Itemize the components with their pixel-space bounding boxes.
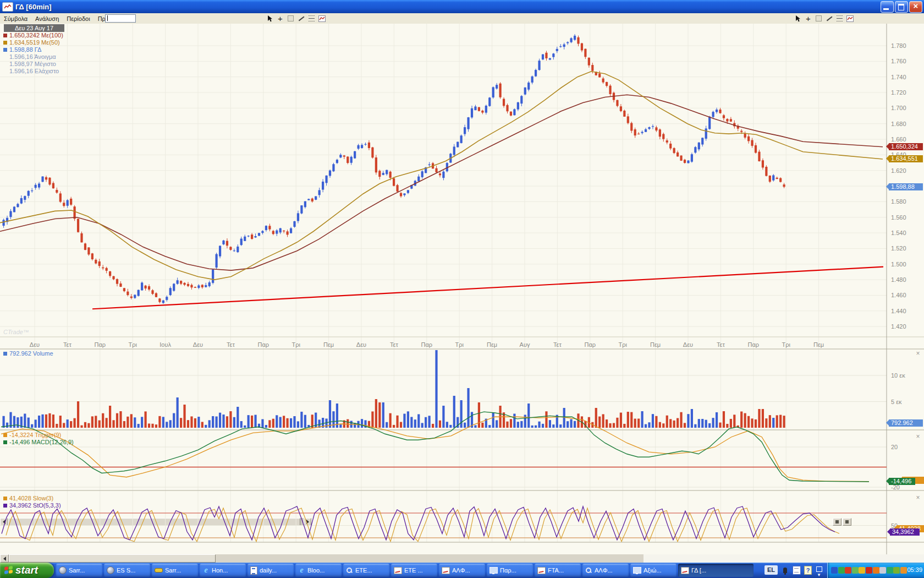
title-bar[interactable]: ΓΔ [60min] xyxy=(0,0,924,13)
macd-panel-close-icon[interactable]: × xyxy=(915,433,921,440)
volume-tick: 5 εκ xyxy=(891,399,902,405)
volume-legend-item: 792.962 Volume xyxy=(2,350,53,357)
task-button-[interactable]: ΑΛΦ... xyxy=(582,564,629,577)
task-button-label: ΓΔ [... xyxy=(691,567,706,574)
price-tick: 1.440 xyxy=(891,308,906,314)
menu-item-Σύμβολα[interactable]: Σύμβολα xyxy=(0,14,31,23)
x-axis-label: Δευ xyxy=(679,341,697,348)
help-icon[interactable]: ? xyxy=(804,565,812,575)
task-button-[interactable]: Παρ... xyxy=(487,564,533,577)
task-button-label: Αξιώ... xyxy=(644,567,661,574)
chart-toolbar-secondary: + xyxy=(794,14,854,23)
grid-icon[interactable] xyxy=(307,14,316,23)
task-button-Hon[interactable]: eHon... xyxy=(200,564,246,577)
task-button-[interactable]: ΑΛΦ... xyxy=(439,564,485,577)
price-tick: 1.620 xyxy=(891,167,906,174)
main-legend-item: 1.650,3242 Με(100) xyxy=(2,32,63,39)
main-legend-item: 1.598,97 Μέγιστο xyxy=(2,61,56,67)
clock[interactable]: 05:39 xyxy=(907,566,922,573)
box-icon[interactable] xyxy=(287,14,295,23)
legend-text: 1.596,16 Άνοιγμα xyxy=(9,53,56,60)
chart-zoom-out-button[interactable] xyxy=(833,518,842,526)
monitor-icon xyxy=(633,567,641,574)
watermark: CTrade™ xyxy=(3,329,29,335)
stoch-panel-close-icon[interactable]: × xyxy=(915,494,921,501)
task-button-[interactable]: Αξιώ... xyxy=(630,564,676,577)
symbol-input[interactable] xyxy=(105,14,136,23)
leaf-icon[interactable] xyxy=(893,567,900,574)
task-button-[interactable]: ΕΤΕ ... xyxy=(391,564,437,577)
app-green-icon[interactable] xyxy=(887,567,893,574)
bottom-scrollbar[interactable] xyxy=(0,554,924,563)
task-button-label: Hon... xyxy=(212,567,228,574)
notepad-icon[interactable] xyxy=(792,565,801,575)
network-icon[interactable] xyxy=(831,567,838,574)
legend-text: 41,4028 Slow(3) xyxy=(9,495,53,501)
chart-scrollbar[interactable] xyxy=(0,518,311,526)
mail-alert-icon[interactable] xyxy=(866,567,872,574)
system-tray: 05:39 xyxy=(827,563,924,578)
crosshair-icon[interactable]: + xyxy=(276,14,284,23)
task-button-ETE[interactable]: ETE... xyxy=(343,564,389,577)
menu-item-Περίοδοι[interactable]: Περίοδοι xyxy=(63,14,94,23)
restore-icon[interactable] xyxy=(895,1,908,13)
shield-warning-icon[interactable] xyxy=(859,567,865,574)
task-button-label: ES S... xyxy=(117,567,135,574)
legend-text: 1.598,88 ΓΔ xyxy=(9,46,41,53)
scroll-left-icon[interactable] xyxy=(0,554,9,563)
messenger-icon[interactable] xyxy=(838,567,845,574)
x-axis-label: Δευ xyxy=(189,341,207,348)
task-button-[interactable]: ΓΔ [... xyxy=(678,564,754,577)
chart-scrollbar-thumb[interactable] xyxy=(8,518,300,526)
trendline-icon[interactable] xyxy=(825,14,833,23)
stoch-legend-item: 41,4028 Slow(3) xyxy=(2,495,53,501)
chart-style-icon[interactable] xyxy=(318,14,326,23)
menu-item-Ανάλυση[interactable]: Ανάλυση xyxy=(31,14,63,23)
task-button-label: ΕΤΕ ... xyxy=(404,567,423,574)
task-button-Sarr[interactable]: Sarr... xyxy=(56,564,102,577)
task-button-label: Παρ... xyxy=(500,567,516,574)
x-axis-label: Τετ xyxy=(384,341,403,348)
app-chart-icon xyxy=(2,2,13,12)
java-icon[interactable] xyxy=(845,567,851,574)
globe-icon xyxy=(59,566,67,574)
close-icon[interactable] xyxy=(909,1,922,13)
legend-swatch xyxy=(3,352,7,356)
trendline-icon[interactable] xyxy=(297,14,305,23)
scroll-right-icon[interactable] xyxy=(304,518,311,526)
task-button-label: Sarr... xyxy=(69,567,85,574)
speaker-icon[interactable] xyxy=(879,567,886,574)
task-button-Sarr[interactable]: Sarr... xyxy=(152,564,198,577)
usb-icon[interactable] xyxy=(852,567,859,574)
scroll-left-icon[interactable] xyxy=(0,518,8,526)
language-indicator[interactable]: EL xyxy=(765,565,778,575)
langbar-options-icon[interactable]: ▾ xyxy=(815,570,823,578)
microphone-icon[interactable] xyxy=(780,565,789,575)
task-button-FTA[interactable]: FTA... xyxy=(535,564,581,577)
price-tick: 1.740 xyxy=(891,74,906,80)
minimize-icon[interactable] xyxy=(881,1,894,13)
chart-area[interactable] xyxy=(0,24,924,554)
price-tick: 1.460 xyxy=(891,292,906,298)
volume-panel-close-icon[interactable]: × xyxy=(915,350,921,357)
grid-icon[interactable] xyxy=(835,14,844,23)
chart-zoom-in-button[interactable] xyxy=(843,518,851,526)
task-button-Bloo[interactable]: eBloo... xyxy=(295,564,342,577)
pointer-icon[interactable] xyxy=(794,14,802,23)
crosshair-icon[interactable]: + xyxy=(804,14,812,23)
pointer-icon[interactable] xyxy=(266,14,274,23)
x-axis-label: Πεμ xyxy=(646,341,665,348)
bottom-scrollbar-thumb[interactable] xyxy=(9,554,216,563)
chart-style-icon[interactable] xyxy=(846,14,854,23)
task-button-label: Sarr... xyxy=(165,567,181,574)
start-button[interactable]: start xyxy=(0,563,54,578)
x-axis-label: Τρι xyxy=(287,341,305,348)
task-button-ESS[interactable]: ES S... xyxy=(104,564,150,577)
calculator-icon[interactable] xyxy=(900,567,907,574)
start-label: start xyxy=(15,564,38,576)
task-button-daily[interactable]: daily... xyxy=(248,564,294,577)
x-axis-label: Αυγ xyxy=(515,341,534,348)
box-icon[interactable] xyxy=(815,14,823,23)
legend-text: -14,496 MACD(12,26,9) xyxy=(9,439,74,445)
alert-icon[interactable] xyxy=(873,567,879,574)
